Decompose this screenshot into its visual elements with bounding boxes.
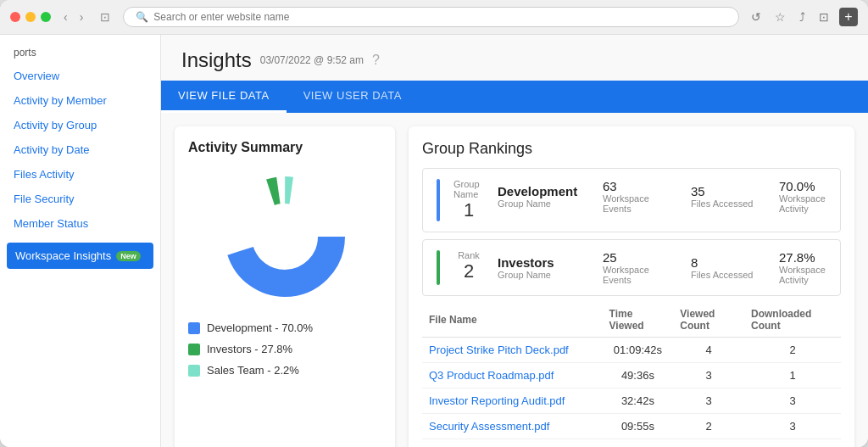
rank-stat-events-1: 63 Workspace Events xyxy=(603,179,670,214)
rank-files-label-1: Files Accessed xyxy=(691,198,759,209)
search-icon: 🔍 xyxy=(136,11,148,23)
rank-label-1: Group Name xyxy=(453,179,484,199)
sidebar-item-member-status[interactable]: Member Status xyxy=(0,211,160,236)
activity-panel: Activity Summary xyxy=(175,126,395,447)
group-name-label-2: Group Name xyxy=(498,270,582,280)
maximize-button[interactable] xyxy=(41,12,51,22)
file-table-header-row: File Name Time Viewed Viewed Count Downl… xyxy=(422,303,841,338)
main-content: Insights 03/07/2022 @ 9:52 am ? VIEW FIL… xyxy=(161,35,868,447)
file-table-body: Project Strike Pitch Deck.pdf 01:09:42s … xyxy=(422,338,841,448)
file-downloaded-1: 1 xyxy=(744,363,841,388)
rank-files-label-2: Files Accessed xyxy=(691,270,759,280)
sidebar-section-label: ports xyxy=(0,43,160,64)
refresh-button[interactable]: ↺ xyxy=(748,8,765,25)
rank-activity-label-1: Workspace Activity xyxy=(779,193,847,214)
col-header-time-viewed: Time Viewed xyxy=(603,303,674,338)
rank-number-2: Rank 2 xyxy=(453,250,484,282)
sidebar-item-activity-group[interactable]: Activity by Group xyxy=(0,113,160,137)
workspace-new-badge: New xyxy=(116,251,141,261)
rank-card-1: Group Name 1 Development Group Name 63 W… xyxy=(422,168,841,232)
donut-center xyxy=(253,204,317,269)
file-viewed-2: 3 xyxy=(673,388,744,414)
rankings-panel: Group Rankings Group Name 1 Development … xyxy=(409,126,854,447)
rank-num-1: 1 xyxy=(464,199,474,221)
tab-file-data[interactable]: VIEW FILE DATA xyxy=(161,81,287,113)
col-header-downloaded-count: Downloaded Count xyxy=(744,303,841,338)
rank-label-2: Rank xyxy=(458,250,480,260)
page-date: 03/07/2022 @ 9:52 am xyxy=(260,54,364,66)
page-title: Insights xyxy=(181,48,252,72)
legend: Development - 70.0% Investors - 27.8% Sa… xyxy=(188,321,381,377)
sidebar: ports Overview Activity by Member Activi… xyxy=(0,35,161,447)
workspace-label: Workspace Insights xyxy=(15,249,111,262)
rank-details-2: Investors Group Name 25 Workspace Events… xyxy=(498,250,847,285)
forward-button[interactable]: › xyxy=(75,8,88,25)
sidebar-item-workspace[interactable]: Workspace Insights New xyxy=(7,243,153,269)
rank-files-value-2: 8 xyxy=(691,255,759,270)
activity-summary-title: Activity Summary xyxy=(188,140,381,155)
file-viewed-4: 1 xyxy=(673,439,744,448)
rank-group-name-2: Investors Group Name xyxy=(498,255,582,280)
content-panels: Activity Summary xyxy=(161,113,868,447)
sidebar-toggle-button[interactable]: ⊡ xyxy=(96,8,114,25)
rank-activity-label-2: Workspace Activity xyxy=(779,265,847,285)
file-name-1[interactable]: Q3 Product Roadmap.pdf xyxy=(422,363,603,388)
file-table: File Name Time Viewed Viewed Count Downl… xyxy=(422,303,841,447)
traffic-lights xyxy=(10,12,51,22)
rank-activity-value-2: 27.8% xyxy=(779,250,847,265)
file-name-3[interactable]: Security Assessment.pdf xyxy=(422,414,603,439)
table-row: Caplinked_Quick_Start_Guide.pdf 01:03s 1… xyxy=(422,439,841,448)
file-time-4: 01:03s xyxy=(603,439,674,448)
new-tab-button[interactable]: + xyxy=(839,8,858,26)
page-header: Insights 03/07/2022 @ 9:52 am ? xyxy=(161,35,868,72)
donut-chart xyxy=(217,169,353,305)
col-header-filename: File Name xyxy=(422,303,603,338)
search-input[interactable] xyxy=(153,11,726,23)
file-time-3: 09:55s xyxy=(603,414,674,439)
browser-window: ‹ › ⊡ 🔍 ↺ ☆ ⤴ ⊡ + ports Overview Activit… xyxy=(0,0,868,447)
legend-item-development: Development - 70.0% xyxy=(188,321,381,334)
legend-label-investors: Investors - 27.8% xyxy=(207,343,292,355)
sidebar-item-activity-date[interactable]: Activity by Date xyxy=(0,137,160,162)
sidebar-item-activity-member[interactable]: Activity by Member xyxy=(0,88,160,113)
sidebar-item-files-activity[interactable]: Files Activity xyxy=(0,162,160,187)
app-body: ports Overview Activity by Member Activi… xyxy=(0,35,868,447)
rank-events-label-1: Workspace Events xyxy=(603,193,670,214)
back-button[interactable]: ‹ xyxy=(59,8,72,25)
tab-user-data[interactable]: VIEW USER DATA xyxy=(287,81,419,113)
file-table-header: File Name Time Viewed Viewed Count Downl… xyxy=(422,303,841,338)
file-viewed-0: 4 xyxy=(673,338,744,363)
donut-chart-container xyxy=(188,169,381,305)
rank-stat-activity-1: 70.0% Workspace Activity xyxy=(779,179,847,214)
legend-label-development: Development - 70.0% xyxy=(207,321,313,334)
group-name-label-1: Group Name xyxy=(498,198,582,209)
close-button[interactable] xyxy=(10,12,20,22)
group-name-1: Development xyxy=(498,184,582,198)
col-header-viewed-count: Viewed Count xyxy=(673,303,744,338)
file-name-0[interactable]: Project Strike Pitch Deck.pdf xyxy=(422,338,603,363)
minimize-button[interactable] xyxy=(25,12,36,22)
share-button[interactable]: ⤴ xyxy=(796,8,809,25)
table-row: Investor Reporting Audit.pdf 32:42s 3 3 xyxy=(422,388,841,414)
rank-stat-files-1: 35 Files Accessed xyxy=(691,184,759,209)
rank-stat-files-2: 8 Files Accessed xyxy=(691,255,759,280)
sidebar-item-file-security[interactable]: File Security xyxy=(0,187,160,211)
legend-item-sales: Sales Team - 2.2% xyxy=(188,364,381,377)
file-name-4[interactable]: Caplinked_Quick_Start_Guide.pdf xyxy=(422,439,603,448)
more-button[interactable]: ⊡ xyxy=(815,8,832,25)
file-name-2[interactable]: Investor Reporting Audit.pdf xyxy=(422,388,603,414)
table-row: Security Assessment.pdf 09:55s 2 3 xyxy=(422,414,841,439)
tab-bar: VIEW FILE DATA VIEW USER DATA xyxy=(161,81,868,113)
file-downloaded-3: 3 xyxy=(744,414,841,439)
nav-buttons: ‹ › xyxy=(59,8,87,25)
bookmark-button[interactable]: ☆ xyxy=(771,8,789,25)
sidebar-item-overview[interactable]: Overview xyxy=(0,64,160,88)
rank-group-name-1: Development Group Name xyxy=(498,184,582,209)
address-bar: 🔍 xyxy=(123,7,739,27)
rank-stat-activity-2: 27.8% Workspace Activity xyxy=(779,250,847,285)
rank-details-1: Development Group Name 63 Workspace Even… xyxy=(498,179,847,214)
file-viewed-1: 3 xyxy=(673,363,744,388)
file-time-2: 32:42s xyxy=(603,388,674,414)
help-icon[interactable]: ? xyxy=(372,53,380,68)
file-time-0: 01:09:42s xyxy=(603,338,674,363)
